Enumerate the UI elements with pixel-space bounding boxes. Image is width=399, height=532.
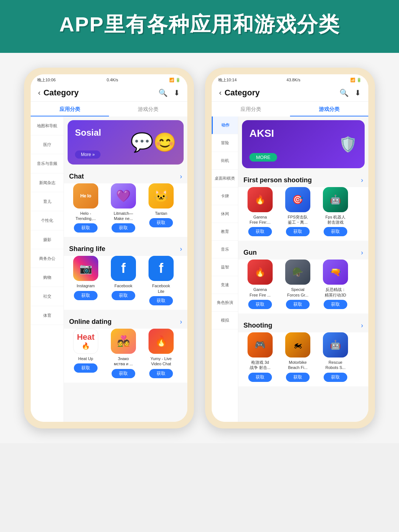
main-content-left: Sosial More » 💬😊 Chat › <box>64 116 187 422</box>
nav-left-left: ‹ Category <box>38 88 79 98</box>
banner-more-right[interactable]: MORE <box>249 153 277 162</box>
search-icon-left[interactable]: 🔍 <box>158 88 168 97</box>
sidebar-adventure[interactable]: 冒险 <box>212 134 238 152</box>
app-list-fps: 🔥 GarenaFree Fire:... 获取 🎯 FPS突击队鉴工・离...… <box>238 187 368 241</box>
app-helo: He lo Helo -Trending,... 获取 <box>69 183 102 233</box>
section-arrow-chat[interactable]: › <box>180 173 182 180</box>
nav-icons-left: 🔍 ⬇ <box>158 88 180 97</box>
app-name-facebook-lite: FacebookLite <box>152 283 170 294</box>
get-btn-yumy[interactable]: 获取 <box>149 369 173 378</box>
sidebar-item-music[interactable]: 音乐与音频 <box>31 154 64 173</box>
app-name-helo: Helo -Trending,... <box>75 211 96 221</box>
banner-label-left: Sosial <box>75 128 101 138</box>
banner-decoration-right: 🛡️ <box>339 135 357 153</box>
get-btn-znako[interactable]: 获取 <box>112 369 135 378</box>
app-name-litmatch: Litmatch—Make ne... <box>114 211 133 221</box>
get-btn-helo[interactable]: 获取 <box>74 223 98 233</box>
get-btn-tantan[interactable]: 获取 <box>149 218 173 227</box>
get-btn-fps-robot[interactable]: 获取 <box>324 227 347 236</box>
sidebar-rpg[interactable]: 角色扮演 <box>212 294 238 312</box>
app-icon-znako: 💑 <box>111 329 136 354</box>
get-btn-instagram[interactable]: 获取 <box>74 291 98 300</box>
sidebar-music-r[interactable]: 音乐 <box>212 241 238 258</box>
section-arrow-gun[interactable]: › <box>361 249 363 257</box>
section-arrow-shooting[interactable]: › <box>361 322 363 329</box>
header-banner: APP里有各种应用和游戏分类 <box>0 0 399 53</box>
download-icon-left[interactable]: ⬇ <box>174 88 180 97</box>
get-btn-special-forces[interactable]: 获取 <box>286 300 310 309</box>
get-btn-garena2[interactable]: 获取 <box>248 300 272 309</box>
sidebar-board[interactable]: 桌面和棋类 <box>212 170 238 187</box>
phone-left-screen: 晚上10:06 0.4K/s 📶 🔋 ‹ Category 🔍 ⬇ 应用分类 <box>31 74 187 422</box>
section-arrow-fps[interactable]: › <box>361 176 363 184</box>
get-btn-motorbike[interactable]: 获取 <box>286 373 310 382</box>
get-btn-fps-squad[interactable]: 获取 <box>286 227 310 236</box>
app-icon-fps-robot: 🤖 <box>323 187 348 212</box>
get-btn-gun3d[interactable]: 获取 <box>248 373 272 382</box>
app-name-anti-terror: 反恐精战：精英行动3D <box>325 287 346 298</box>
sidebar-item-social[interactable]: 社交 <box>31 287 64 306</box>
sidebar-card[interactable]: 卡牌 <box>212 187 238 205</box>
section-title-sharing: Sharing life <box>69 245 105 253</box>
banner-more-left[interactable]: More » <box>75 150 100 159</box>
app-anti-terror: 🔫 反恐精战：精英行动3D 获取 <box>319 260 352 309</box>
back-button-left[interactable]: ‹ <box>38 88 41 97</box>
app-garena1: 🔥 GarenaFree Fire:... 获取 <box>243 187 277 237</box>
get-btn-facebook[interactable]: 获取 <box>112 291 135 300</box>
app-rescue-robots: 🤖 RescueRobots S... 获取 <box>319 332 352 382</box>
app-name-yumy: Yumy - LiveVideo Chat <box>150 356 171 367</box>
status-icons-left: 📶 🔋 <box>169 78 181 82</box>
app-list-shooting: 🎮 枪游戏 3d战争 射击... 获取 🏍 MotorbikeBeach Fi.… <box>238 332 368 386</box>
section-arrow-dating[interactable]: › <box>180 318 182 326</box>
nav-left-right: ‹ Category <box>219 88 260 98</box>
get-btn-litmatch[interactable]: 获取 <box>112 223 135 233</box>
section-arrow-sharing[interactable]: › <box>180 245 182 253</box>
section-gun: Gun › 🔥 GarenaFree Fire ... 获取 🪖 <box>238 244 368 314</box>
sidebar-item-sports[interactable]: 体育 <box>31 306 64 325</box>
app-instagram: 📷 Instagram 获取 <box>69 256 102 305</box>
get-btn-rescue-robots[interactable]: 获取 <box>324 373 347 382</box>
section-header-fps: First person shooting › <box>238 172 368 187</box>
sidebar-edu[interactable]: 教育 <box>212 223 238 241</box>
sidebar-item-medical[interactable]: 医疗 <box>31 135 64 154</box>
sidebar-item-shopping[interactable]: 购物 <box>31 268 64 287</box>
tab-app-right[interactable]: 应用分类 <box>212 102 290 116</box>
banner-right[interactable]: AKSI MORE 🛡️ <box>242 120 365 168</box>
header-title: APP里有各种应用和游戏分类 <box>15 11 384 38</box>
sidebar-action[interactable]: 动作 <box>212 116 238 134</box>
app-name-heat: Heat Up <box>78 356 93 361</box>
section-title-gun: Gun <box>243 249 257 257</box>
tab-game-left[interactable]: 游戏分类 <box>109 102 187 116</box>
sidebar-arcade[interactable]: 街机 <box>212 152 238 170</box>
sidebar-sim[interactable]: 模拟 <box>212 312 238 329</box>
app-name-special-forces: SpecialForces Gr... <box>287 287 308 298</box>
sidebar-casual[interactable]: 休闲 <box>212 205 238 223</box>
phone-right: 晚上10:14 43.8K/s 📶 🔋 ‹ Category 🔍 ⬇ 应用分类 <box>205 68 375 428</box>
app-special-forces: 🪖 SpecialForces Gr... 获取 <box>281 260 314 309</box>
status-icons-right: 📶 🔋 <box>350 78 362 82</box>
sidebar-puzzle[interactable]: 益智 <box>212 258 238 276</box>
get-btn-facebook-lite[interactable]: 获取 <box>149 296 173 305</box>
nav-bar-right: ‹ Category 🔍 ⬇ <box>212 84 368 102</box>
back-button-right[interactable]: ‹ <box>219 88 222 97</box>
sidebar-item-parenting[interactable]: 育儿 <box>31 192 64 211</box>
sidebar-racing[interactable]: 竞速 <box>212 276 238 294</box>
section-shooting: Shooting › 🎮 枪游戏 3d战争 射击... 获取 🏍 <box>238 317 368 386</box>
app-name-instagram: Instagram <box>77 283 95 288</box>
sidebar-item-personal[interactable]: 个性化 <box>31 211 64 230</box>
search-icon-right[interactable]: 🔍 <box>340 88 349 97</box>
sidebar-item-news[interactable]: 新闻杂志 <box>31 173 64 192</box>
download-icon-right[interactable]: ⬇ <box>355 88 361 97</box>
tab-game-right[interactable]: 游戏分类 <box>290 102 368 116</box>
get-btn-garena1[interactable]: 获取 <box>248 227 272 236</box>
tab-app-left[interactable]: 应用分类 <box>31 102 109 116</box>
sidebar-item-map[interactable]: 地图和导航 <box>31 116 64 135</box>
sidebar-item-photo[interactable]: 摄影 <box>31 230 64 249</box>
get-btn-heat[interactable]: 获取 <box>74 363 98 373</box>
sidebar-item-business[interactable]: 商务办公 <box>31 249 64 268</box>
section-header-chat: Chat › <box>64 168 187 183</box>
app-fps-robot: 🤖 Fps 机器人射击游戏 获取 <box>319 187 352 237</box>
get-btn-anti-terror[interactable]: 获取 <box>324 300 347 309</box>
section-dating: Online dating › Heat 🔥 Heat Up 获取 <box>64 314 187 383</box>
banner-left[interactable]: Sosial More » 💬😊 <box>68 120 184 165</box>
